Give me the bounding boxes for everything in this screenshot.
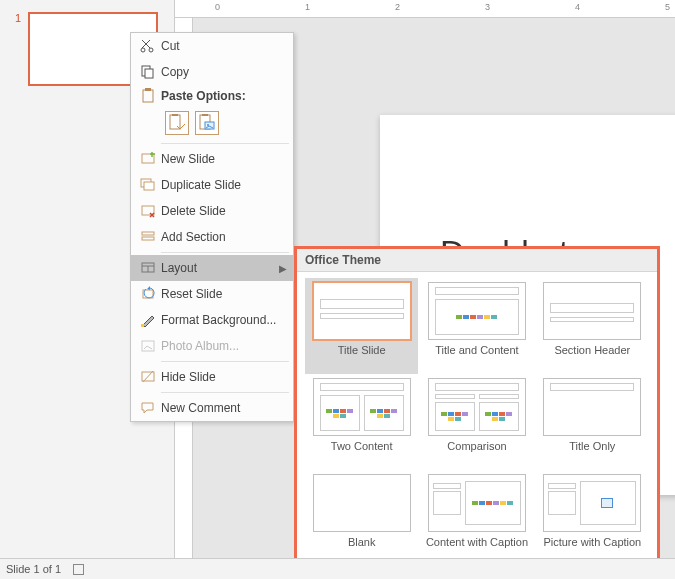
ruler-tick: 2 (395, 2, 400, 12)
status-bar: Slide 1 of 1 (0, 558, 675, 579)
menu-label: Reset Slide (159, 287, 293, 301)
svg-rect-15 (142, 206, 154, 215)
hide-slide-icon (137, 369, 159, 385)
menu-layout[interactable]: Layout ▶ (131, 255, 293, 281)
svg-point-1 (149, 48, 153, 52)
chevron-right-icon: ▶ (279, 263, 287, 274)
menu-duplicate-slide[interactable]: Duplicate Slide (131, 172, 293, 198)
scissors-icon (137, 38, 159, 54)
menu-new-slide[interactable]: New Slide (131, 146, 293, 172)
menu-label: Paste Options: (159, 89, 293, 103)
layout-label: Two Content (331, 440, 393, 466)
ruler-tick: 5 (665, 2, 670, 12)
slide-counter[interactable]: Slide 1 of 1 (6, 563, 61, 575)
menu-label: Format Background... (159, 313, 293, 327)
menu-add-section[interactable]: Add Section (131, 224, 293, 250)
paste-options-row (131, 107, 293, 141)
add-section-icon (137, 229, 159, 245)
menu-separator (161, 143, 289, 144)
svg-rect-16 (142, 232, 154, 235)
menu-cut[interactable]: Cut (131, 33, 293, 59)
layout-label: Comparison (447, 440, 506, 466)
layout-option-title-and-content[interactable]: Title and Content (424, 282, 529, 370)
menu-label: Cut (159, 39, 293, 53)
svg-rect-17 (142, 237, 154, 240)
svg-point-0 (141, 48, 145, 52)
menu-label: Photo Album... (159, 339, 293, 353)
svg-rect-9 (202, 114, 208, 116)
layout-label: Section Header (554, 344, 630, 370)
layout-grid: Title Slide Title and Content Section He… (297, 272, 657, 572)
layout-option-blank[interactable]: Blank (309, 474, 414, 562)
menu-paste-options: Paste Options: (131, 85, 293, 107)
menu-label: Delete Slide (159, 204, 293, 218)
photo-album-icon (137, 338, 159, 354)
menu-separator (161, 252, 289, 253)
menu-label: Add Section (159, 230, 293, 244)
svg-rect-3 (145, 69, 153, 78)
layout-option-title-slide[interactable]: Title Slide (305, 278, 418, 374)
svg-rect-14 (144, 182, 154, 190)
ruler-tick: 3 (485, 2, 490, 12)
layout-label: Title Only (569, 440, 615, 466)
slide-number: 1 (15, 12, 21, 24)
menu-label: Layout (159, 261, 293, 275)
layout-option-two-content[interactable]: Two Content (309, 378, 414, 466)
menu-separator (161, 361, 289, 362)
menu-label: Duplicate Slide (159, 178, 293, 192)
menu-copy[interactable]: Copy (131, 59, 293, 85)
svg-line-25 (143, 371, 153, 382)
svg-rect-7 (172, 114, 178, 116)
menu-label: Hide Slide (159, 370, 293, 384)
copy-icon (137, 64, 159, 80)
svg-rect-23 (142, 341, 154, 351)
layout-option-picture-with-caption[interactable]: Picture with Caption (540, 474, 645, 562)
paste-use-destination-theme[interactable] (165, 111, 189, 135)
layout-label: Title and Content (435, 344, 518, 370)
format-bg-icon (137, 312, 159, 328)
context-menu: Cut Copy Paste Options: New Slide Duplic… (130, 32, 294, 422)
horizontal-ruler: 0 1 2 3 4 5 (175, 0, 675, 18)
menu-label: Copy (159, 65, 293, 79)
ruler-tick: 0 (215, 2, 220, 12)
menu-label: New Slide (159, 152, 293, 166)
menu-delete-slide[interactable]: Delete Slide (131, 198, 293, 224)
flyout-header: Office Theme (297, 249, 657, 272)
layout-icon (137, 260, 159, 276)
layout-label: Title Slide (338, 344, 386, 370)
menu-separator (161, 392, 289, 393)
menu-format-background[interactable]: Format Background... (131, 307, 293, 333)
menu-reset-slide[interactable]: Reset Slide (131, 281, 293, 307)
layout-option-title-only[interactable]: Title Only (540, 378, 645, 466)
delete-slide-icon (137, 203, 159, 219)
menu-new-comment[interactable]: New Comment (131, 395, 293, 421)
layout-option-content-with-caption[interactable]: Content with Caption (424, 474, 529, 562)
menu-label: New Comment (159, 401, 293, 415)
menu-hide-slide[interactable]: Hide Slide (131, 364, 293, 390)
layout-option-section-header[interactable]: Section Header (540, 282, 645, 370)
new-slide-icon (137, 151, 159, 167)
reset-icon (137, 286, 159, 302)
notes-icon[interactable] (73, 564, 84, 575)
svg-rect-5 (145, 88, 151, 91)
layout-flyout: Office Theme Title Slide Title and Conte… (294, 246, 660, 572)
svg-rect-22 (141, 324, 144, 327)
paste-picture[interactable] (195, 111, 219, 135)
comment-icon (137, 400, 159, 416)
clipboard-icon (137, 88, 159, 104)
ruler-tick: 4 (575, 2, 580, 12)
layout-option-comparison[interactable]: Comparison (424, 378, 529, 466)
ruler-tick: 1 (305, 2, 310, 12)
menu-photo-album: Photo Album... (131, 333, 293, 359)
duplicate-icon (137, 177, 159, 193)
svg-rect-4 (143, 90, 153, 102)
